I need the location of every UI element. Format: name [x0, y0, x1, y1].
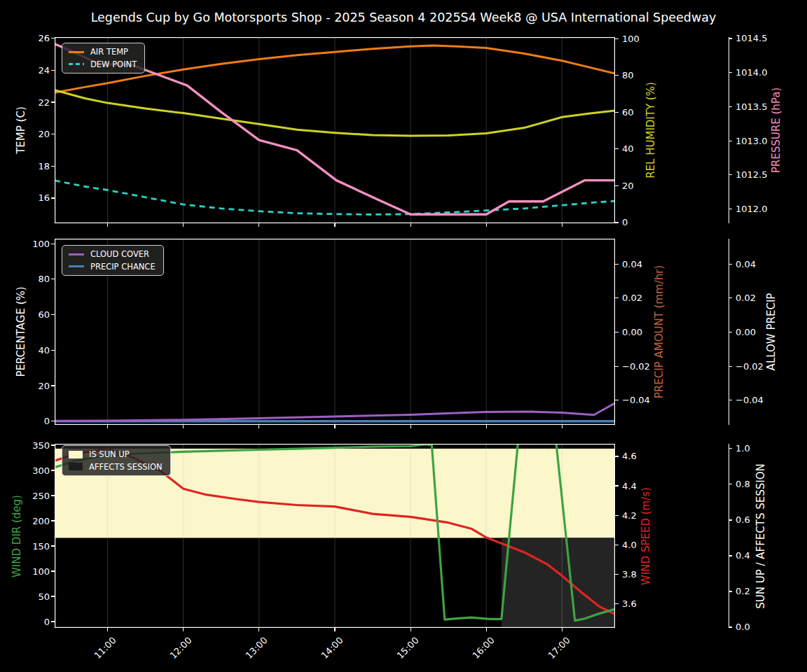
y-tick-mark — [51, 244, 55, 244]
y-tick-mark — [729, 106, 732, 107]
x-tick-label: 11:00 — [92, 635, 118, 661]
legend-item: CLOUD COVER — [69, 250, 156, 259]
x-tick-mark — [486, 223, 487, 227]
y-tick-label: 0.00 — [736, 328, 756, 337]
y-tick-mark — [51, 621, 55, 622]
x-tick-mark — [486, 628, 487, 631]
y-tick-label: 0.8 — [736, 479, 750, 489]
y-tick-label: −0.04 — [736, 396, 764, 405]
x-tick-mark — [107, 628, 108, 631]
y-tick-label: 1014.0 — [736, 68, 768, 77]
panel-cloud-precip-right1-axis-label: PRECIP AMOUNT (mm/hr) — [653, 265, 665, 398]
y-tick-mark — [615, 112, 619, 113]
x-tick-mark — [334, 628, 335, 631]
y-tick-mark — [615, 298, 619, 298]
y-tick-label: 1012.5 — [736, 170, 768, 179]
y-tick-label: 0 — [18, 617, 50, 626]
legend-item: PRECIP CHANCE — [69, 262, 156, 272]
legend-label: AIR TEMP — [90, 48, 128, 57]
x-tick-mark — [183, 223, 184, 227]
x-tick-mark — [486, 425, 487, 428]
y-tick-label: 40 — [622, 144, 634, 153]
y-tick-mark — [729, 298, 732, 298]
panel-temp-humidity-pressure-second-right-spine — [729, 37, 729, 223]
y-tick-label: 4.4 — [622, 482, 637, 491]
legend-label: DEW POINT — [90, 60, 137, 69]
legend-swatch-patch — [69, 463, 83, 470]
y-tick-label: 100 — [18, 239, 50, 248]
y-tick-mark — [615, 38, 619, 39]
y-tick-mark — [51, 134, 55, 134]
y-tick-mark — [51, 495, 55, 496]
x-tick-mark — [258, 425, 259, 428]
y-tick-label: 1012.0 — [736, 204, 768, 214]
x-tick-label: 16:00 — [471, 635, 497, 661]
y-tick-mark — [51, 470, 55, 470]
y-tick-label: 300 — [18, 466, 50, 475]
legend-item: AIR TEMP — [69, 48, 137, 57]
x-tick-label: 13:00 — [243, 635, 269, 661]
y-tick-mark — [729, 264, 732, 265]
y-tick-label: 0.04 — [736, 260, 756, 269]
x-tick-mark — [107, 223, 108, 227]
y-tick-mark — [729, 72, 732, 73]
y-tick-mark — [615, 485, 619, 486]
x-tick-mark — [562, 223, 563, 227]
x-tick-label: 12:00 — [167, 635, 193, 661]
y-tick-label: 0.02 — [736, 293, 756, 302]
y-tick-label: 0.0 — [736, 622, 750, 631]
y-tick-label: 3.8 — [622, 570, 637, 579]
y-tick-mark — [615, 574, 619, 575]
y-tick-mark — [615, 515, 619, 516]
x-tick-mark — [411, 425, 411, 428]
y-tick-label: −0.02 — [736, 362, 764, 371]
x-tick-mark — [258, 628, 259, 631]
legend-label: IS SUN UP — [89, 450, 130, 459]
y-tick-mark — [729, 174, 732, 175]
x-tick-mark — [183, 425, 184, 428]
y-tick-mark — [729, 366, 732, 367]
panel-wind-sun-second-right-spine — [729, 444, 729, 628]
y-tick-label: 0 — [18, 416, 50, 426]
y-tick-mark — [729, 38, 732, 38]
legend-label: CLOUD COVER — [90, 250, 149, 259]
y-tick-label: 1014.5 — [736, 34, 768, 43]
y-tick-mark — [615, 545, 619, 545]
x-tick-label: 17:00 — [546, 635, 572, 661]
y-tick-mark — [51, 197, 55, 198]
y-tick-mark — [51, 279, 55, 279]
y-tick-mark — [615, 456, 619, 456]
y-tick-mark — [615, 332, 619, 332]
legend-swatch-line — [69, 51, 84, 53]
legend-item: AFFECTS SESSION — [69, 463, 163, 472]
y-tick-label: 0.6 — [736, 515, 750, 524]
y-tick-mark — [51, 444, 55, 445]
y-tick-mark — [51, 520, 55, 521]
x-tick-mark — [562, 425, 563, 428]
legend-swatch-line — [69, 253, 84, 255]
x-tick-mark — [411, 628, 411, 631]
y-tick-mark — [615, 222, 619, 223]
y-tick-mark — [615, 603, 619, 604]
y-tick-mark — [729, 555, 732, 556]
y-tick-label: 1013.5 — [736, 102, 768, 111]
y-tick-mark — [51, 38, 55, 38]
y-tick-mark — [615, 366, 619, 367]
y-tick-label: 1.0 — [736, 444, 750, 453]
panel-cloud-precip-left-axis-label: PERCENTAGE (%) — [15, 286, 27, 377]
panel-wind-sun-right1-axis-label: WIND SPEED (m/s) — [640, 487, 652, 585]
y-tick-label: −0.02 — [622, 362, 650, 371]
y-tick-mark — [729, 626, 732, 627]
y-tick-mark — [729, 591, 732, 592]
panel-cloud-precip-right2-axis-label: ALLOW PRECIP — [765, 293, 778, 371]
y-tick-label: 350 — [18, 441, 50, 450]
y-tick-label: 80 — [18, 274, 50, 284]
y-tick-label: 4.6 — [622, 451, 637, 461]
y-tick-mark — [51, 350, 55, 351]
y-tick-mark — [615, 186, 619, 186]
legend-swatch-patch — [69, 451, 83, 458]
legend-item: IS SUN UP — [69, 450, 163, 459]
y-tick-mark — [615, 148, 619, 149]
y-tick-label: 22 — [18, 98, 50, 107]
x-tick-mark — [562, 628, 563, 631]
